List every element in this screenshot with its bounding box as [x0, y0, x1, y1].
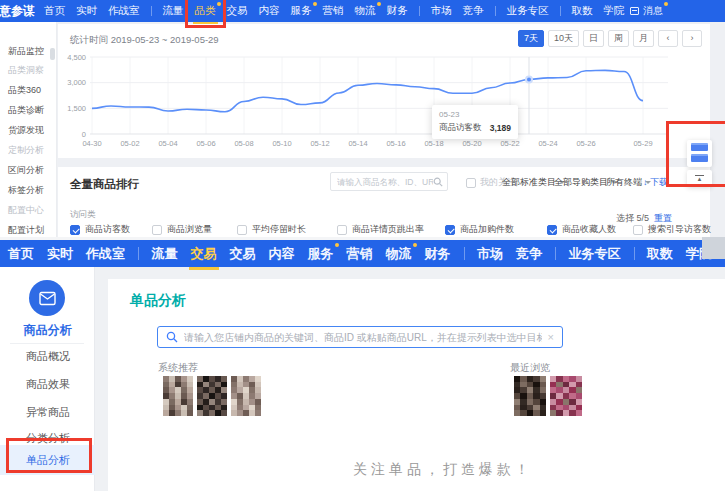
download-link[interactable]: ↓ 下载 — [643, 176, 668, 189]
recommended-product-thumb[interactable] — [163, 376, 193, 416]
visitor-trend-chart[interactable]: 01,5003,0004,50004-3005-0205-0405-0605-0… — [62, 53, 702, 151]
range-next-button[interactable]: › — [682, 30, 702, 47]
bottom-sidebar: 商品分析 商品概况 商品效果 异常商品 分类分析 单品分析 — [0, 267, 95, 491]
nav-item-home[interactable]: 首页 — [44, 4, 65, 18]
nav-item-service-label: 服务 — [291, 4, 312, 16]
nav-item-realtime[interactable]: 实时 — [47, 245, 73, 263]
arrow-up-to-top-icon: ▲ — [695, 175, 704, 183]
metric-group-label: 访问类 — [70, 209, 96, 221]
range-day-button[interactable]: 日 — [583, 30, 604, 47]
floating-widget-button[interactable] — [691, 154, 708, 162]
bottom-navbar: 首页 实时 作战室 流量 交易 交易 内容 服务 营销 物流 财务 市场 竞争 … — [0, 240, 725, 267]
nav-item-product[interactable]: 交易 — [191, 245, 217, 263]
metric-checkbox-visitors[interactable]: 商品访客数 — [70, 223, 130, 236]
nav-item-finance[interactable]: 财务 — [387, 4, 408, 18]
sidebar-item-category-analysis[interactable]: 分类分析 — [26, 431, 70, 446]
footer-slogan: 关注单品，打造爆款！ — [353, 461, 533, 479]
nav-item-business-zone[interactable]: 业务专区 — [507, 4, 549, 18]
sidebar-item-single-product-analysis[interactable]: 单品分析 — [0, 445, 95, 475]
sidebar-item-config-plan[interactable]: 配置计划 — [8, 224, 44, 237]
sidebar-item-new-product[interactable]: 新品监控 — [8, 45, 44, 58]
range-month-button[interactable]: 月 — [633, 30, 654, 47]
app-logo[interactable]: 生意参谋 — [0, 0, 35, 22]
sidebar-item-supply-discovery[interactable]: 货源发现 — [8, 124, 44, 137]
nav-item-logistics[interactable]: 物流 — [386, 245, 412, 263]
nav-item-business-zone[interactable]: 业务专区 — [569, 245, 621, 263]
nav-item-realtime[interactable]: 实时 — [76, 4, 97, 18]
back-to-top-button[interactable]: ▲ — [687, 170, 712, 187]
svg-text:3,000: 3,000 — [67, 78, 86, 87]
item-search-input[interactable] — [184, 332, 542, 343]
nav-item-data-fetch[interactable]: 取数 — [647, 245, 673, 263]
product-analysis-module-icon — [29, 280, 65, 316]
metric-checkbox-search-visitors[interactable]: 搜索引导访客数 — [633, 223, 711, 236]
svg-text:05-22: 05-22 — [500, 139, 519, 148]
sidebar-item-abnormal-product[interactable]: 异常商品 — [26, 405, 70, 420]
sidebar-item-tag-analysis[interactable]: 标签分析 — [8, 184, 44, 197]
recent-product-thumb[interactable] — [514, 376, 546, 416]
nav-item-content[interactable]: 内容 — [259, 4, 280, 18]
nav-item-finance[interactable]: 财务 — [425, 245, 451, 263]
svg-text:05-14: 05-14 — [348, 139, 367, 148]
product-search-input[interactable] — [337, 177, 433, 187]
svg-text:05-10: 05-10 — [272, 139, 291, 148]
message-button[interactable]: 消息 — [630, 0, 725, 22]
metric-checkbox-stay-time[interactable]: 平均停留时长 — [237, 223, 306, 236]
nav-item-service[interactable]: 服务 — [308, 245, 334, 263]
metric-checkbox-pageviews[interactable]: 商品浏览量 — [152, 223, 212, 236]
metric-checkbox-favorites[interactable]: 商品收藏人数 — [547, 223, 616, 236]
sidebar-item-custom-analysis[interactable]: 定制分析 — [8, 144, 44, 157]
nav-item-competition[interactable]: 竞争 — [516, 245, 542, 263]
product-ranking-card: 全量商品排行 我的关注 全部标准类目 全部导购类目 所有终端 ↓ 下载 访问类 … — [58, 167, 710, 237]
product-search-box[interactable] — [330, 172, 448, 191]
chart-tooltip: 05-23 商品访客数 3,189 — [432, 105, 518, 139]
sidebar-item-range-analysis[interactable]: 区间分析 — [8, 164, 44, 177]
screenshot-top: 生意参谋 首页 实时 作战室 流量 品类 交易 内容 服务 营销 物流 财务 市… — [0, 0, 725, 237]
floating-widget-button[interactable] — [691, 143, 708, 151]
nav-item-marketing[interactable]: 营销 — [323, 4, 344, 18]
nav-item-marketing[interactable]: 营销 — [347, 245, 373, 263]
svg-text:05-02: 05-02 — [120, 139, 139, 148]
recent-product-thumb[interactable] — [550, 376, 582, 416]
metric-checkbox-bounce-rate[interactable]: 商品详情页跳出率 — [337, 223, 424, 236]
nav-item-trade[interactable]: 交易 — [227, 4, 248, 18]
clear-icon[interactable]: × — [548, 331, 554, 343]
nav-item-traffic[interactable]: 流量 — [163, 4, 184, 18]
nav-item-content[interactable]: 内容 — [269, 245, 295, 263]
item-search-box[interactable]: × — [157, 326, 563, 348]
nav-item-category[interactable]: 品类 — [195, 4, 216, 18]
nav-item-logistics[interactable]: 物流 — [355, 4, 376, 18]
nav-item-home[interactable]: 首页 — [8, 245, 34, 263]
module-title: 商品分析 — [0, 322, 95, 339]
nav-item-market[interactable]: 市场 — [431, 4, 452, 18]
sidebar-item-category-diagnose[interactable]: 品类诊断 — [8, 104, 44, 117]
sidebar-item-product-overview[interactable]: 商品概况 — [26, 349, 70, 364]
nav-item-trade[interactable]: 交易 — [230, 245, 256, 263]
nav-item-service[interactable]: 服务 — [291, 4, 312, 18]
nav-item-competition[interactable]: 竞争 — [463, 4, 484, 18]
svg-text:0: 0 — [82, 130, 86, 139]
nav-item-academy[interactable]: 学院 — [604, 4, 625, 18]
nav-item-traffic[interactable]: 流量 — [152, 245, 178, 263]
recommended-product-thumb[interactable] — [197, 376, 227, 416]
nav-divider — [151, 6, 152, 16]
sidebar-item-product-effect[interactable]: 商品效果 — [26, 377, 70, 392]
nav-item-warroom[interactable]: 作战室 — [86, 245, 125, 263]
range-prev-button[interactable]: ‹ — [658, 30, 678, 47]
range-10d-button[interactable]: 10天 — [548, 30, 579, 47]
sidebar-item-category-360[interactable]: 品类360 — [8, 84, 41, 97]
search-icon — [433, 177, 443, 187]
tooltip-metric: 商品访客数 — [439, 122, 482, 134]
recommended-product-thumb[interactable] — [231, 376, 261, 416]
sidebar-item-config-center[interactable]: 配置中心 — [8, 204, 44, 217]
nav-item-market[interactable]: 市场 — [477, 245, 503, 263]
sidebar-scrollbar-thumb[interactable] — [50, 48, 55, 60]
nav-item-warroom[interactable]: 作战室 — [108, 4, 140, 18]
sidebar-item-category-insight[interactable]: 品类洞察 — [8, 64, 44, 77]
metric-checkbox-cart-adds[interactable]: 商品加购件数 — [445, 223, 514, 236]
message-label: 消息 — [643, 4, 663, 18]
nav-item-data-fetch[interactable]: 取数 — [572, 4, 593, 18]
date-range-group: 7天 10天 日 周 月 ‹ › — [518, 30, 702, 47]
range-7d-button[interactable]: 7天 — [518, 30, 544, 47]
range-week-button[interactable]: 周 — [608, 30, 629, 47]
